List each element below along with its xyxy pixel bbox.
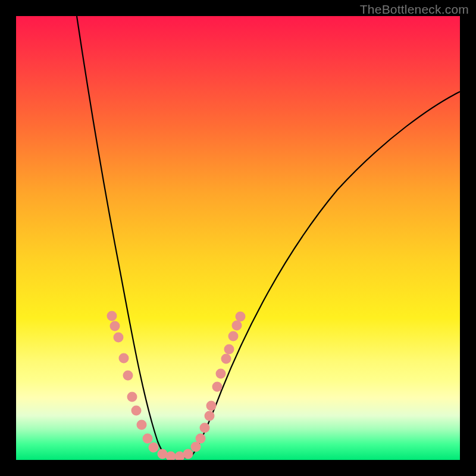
svg-point-1 [110, 321, 120, 331]
svg-point-16 [200, 423, 210, 433]
dots-valley [158, 449, 193, 461]
svg-point-7 [137, 420, 147, 430]
chart-frame [16, 16, 460, 460]
svg-point-0 [107, 311, 117, 321]
svg-point-22 [224, 345, 234, 355]
svg-point-8 [143, 434, 153, 444]
watermark: TheBottleneck.com [360, 2, 469, 17]
svg-point-9 [149, 443, 159, 453]
svg-point-19 [212, 382, 223, 392]
svg-point-13 [183, 449, 193, 459]
svg-point-4 [123, 371, 133, 381]
svg-point-6 [131, 406, 142, 416]
svg-point-5 [127, 392, 137, 402]
svg-point-2 [114, 333, 124, 343]
svg-point-23 [228, 331, 239, 342]
curve-overlay [16, 16, 460, 460]
svg-point-3 [119, 353, 129, 364]
left-curve [77, 16, 171, 458]
svg-point-15 [196, 434, 206, 444]
svg-point-20 [216, 369, 226, 379]
svg-point-18 [206, 401, 217, 411]
svg-point-21 [221, 354, 231, 364]
svg-point-25 [236, 312, 246, 322]
svg-point-24 [232, 321, 242, 331]
dots-left [107, 311, 159, 453]
dots-right [191, 312, 246, 452]
right-curve [190, 92, 460, 458]
svg-point-17 [205, 411, 215, 421]
